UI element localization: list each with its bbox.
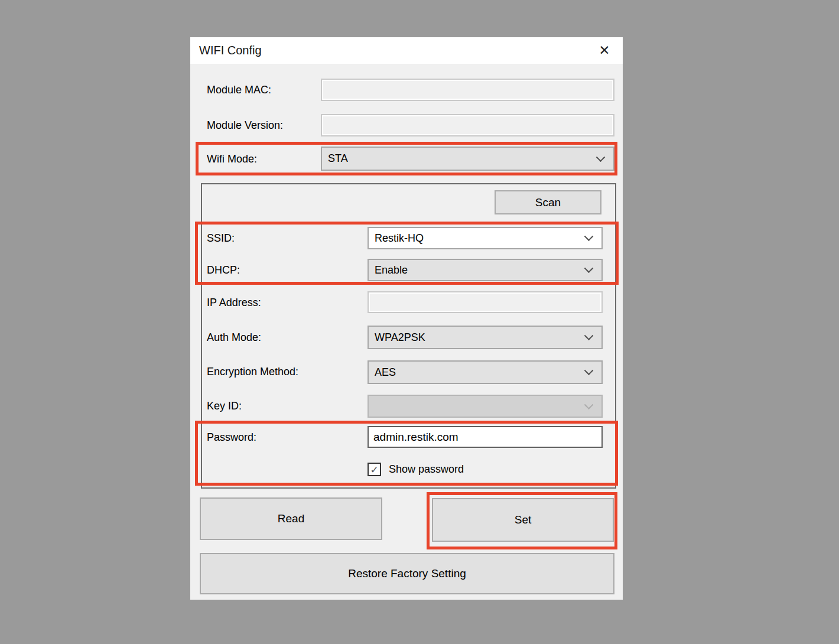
wifi-mode-label: Wifi Mode: xyxy=(207,148,257,170)
wifi-mode-dropdown[interactable]: STA xyxy=(321,147,614,171)
module-mac-field[interactable] xyxy=(321,79,614,101)
chevron-down-icon xyxy=(584,331,594,340)
close-icon[interactable]: ✕ xyxy=(596,37,613,64)
window-title: WIFI Config xyxy=(199,37,262,64)
chevron-down-icon xyxy=(584,400,594,409)
ssid-label: SSID: xyxy=(207,227,235,249)
show-password-checkbox[interactable]: ✓ xyxy=(368,463,381,476)
dhcp-dropdown[interactable]: Enable xyxy=(368,259,603,281)
wifi-config-window: WIFI Config ✕ Module MAC: Module Version… xyxy=(190,37,623,600)
encryption-method-label: Encryption Method: xyxy=(207,360,298,383)
show-password-label: Show password xyxy=(389,461,464,477)
restore-factory-setting-button[interactable]: Restore Factory Setting xyxy=(200,553,614,594)
chevron-down-icon xyxy=(584,264,594,273)
encryption-method-value: AES xyxy=(375,366,396,379)
key-id-dropdown xyxy=(368,395,603,418)
title-bar: WIFI Config ✕ xyxy=(190,37,623,64)
wifi-mode-value: STA xyxy=(328,152,348,165)
scan-button[interactable]: Scan xyxy=(495,190,601,214)
encryption-method-dropdown[interactable]: AES xyxy=(368,360,603,384)
auth-mode-value: WPA2PSK xyxy=(375,331,425,344)
chevron-down-icon xyxy=(596,152,606,162)
module-version-label: Module Version: xyxy=(207,114,283,136)
ip-address-field xyxy=(368,291,603,313)
ssid-dropdown[interactable]: Restik-HQ xyxy=(368,227,603,249)
password-label: Password: xyxy=(207,426,256,448)
checkmark-icon: ✓ xyxy=(370,464,378,476)
key-id-label: Key ID: xyxy=(207,395,242,417)
password-field[interactable] xyxy=(368,426,603,448)
set-button[interactable]: Set xyxy=(432,498,614,542)
ssid-value: Restik-HQ xyxy=(375,232,424,245)
auth-mode-label: Auth Mode: xyxy=(207,326,261,349)
ip-address-label: IP Address: xyxy=(207,291,261,314)
module-version-field[interactable] xyxy=(321,114,614,136)
desktop-background: WIFI Config ✕ Module MAC: Module Version… xyxy=(0,0,839,644)
chevron-down-icon xyxy=(584,366,594,375)
read-button[interactable]: Read xyxy=(200,497,382,540)
auth-mode-dropdown[interactable]: WPA2PSK xyxy=(368,326,603,349)
dhcp-value: Enable xyxy=(375,264,408,277)
dhcp-label: DHCP: xyxy=(207,259,240,281)
chevron-down-icon xyxy=(584,232,594,241)
module-mac-label: Module MAC: xyxy=(207,79,271,101)
